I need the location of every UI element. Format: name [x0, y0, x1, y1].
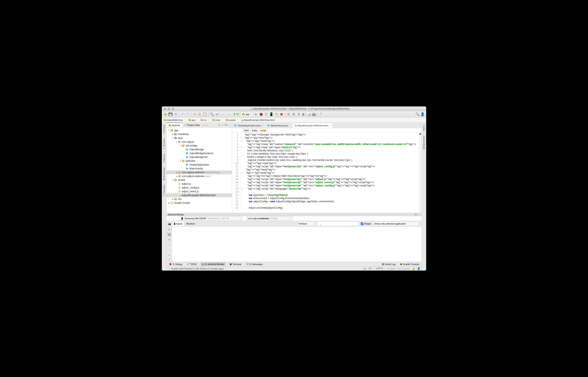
expand-arrow-icon[interactable]: ▶	[172, 198, 174, 200]
terminate-button[interactable]: ⊘	[167, 238, 171, 242]
tree-node[interactable]: ▼java	[166, 136, 232, 140]
tree-node[interactable]: ▼app	[166, 129, 232, 132]
screenshot-button[interactable]: 📷	[168, 222, 172, 226]
bottom-tool-tab[interactable]: 🐞 5: Debug	[168, 262, 183, 266]
logcat-output[interactable]	[172, 227, 422, 263]
expand-arrow-icon[interactable]: ▼	[179, 160, 182, 162]
breadcrumb-item[interactable]: app	[188, 118, 200, 121]
system-info-button[interactable]: ▣	[167, 233, 171, 236]
tool-window-tab[interactable]: Android Model	[423, 134, 425, 151]
run-config-selector[interactable]: app ▼	[241, 112, 253, 117]
tool-window-tab[interactable]: Build Variants	[163, 166, 165, 181]
editor-tab[interactable]: CMainActivity.java×	[265, 123, 292, 128]
undo-button[interactable]: ↶	[180, 112, 185, 117]
caret-position[interactable]: 1:1	[363, 267, 366, 270]
tool-window-tab[interactable]: 1: Project	[163, 123, 165, 135]
project-tab-android[interactable]: Android	[166, 123, 182, 128]
settings-icon[interactable]: ⚙▾	[414, 213, 418, 216]
tool-window-tab[interactable]: Gradle	[423, 123, 425, 132]
code-content[interactable]: "tag">"tag"><!doctype "doctype-kw">html"…	[243, 133, 419, 213]
replace-button[interactable]: ⇄	[215, 112, 219, 117]
back-button[interactable]: ←	[222, 112, 226, 117]
expand-arrow-icon[interactable]: ▼	[172, 179, 174, 181]
tree-node[interactable]: ▼sdk.bridge	[166, 144, 232, 148]
tool-window-tab[interactable]: 2: Favorites	[163, 184, 165, 197]
log-level-selector[interactable]: Verbose ⌄	[297, 221, 315, 226]
sync-button[interactable]: ⟳	[173, 112, 178, 117]
filter-selector[interactable]: Show only selected application ⌄	[373, 221, 419, 226]
breadcrumb-item[interactable]: AdjustExample-WebView.html	[240, 119, 277, 121]
expand-arrow-icon[interactable]: ▼	[175, 141, 178, 143]
stop-button[interactable]	[279, 112, 284, 117]
run-button[interactable]: ▶	[254, 112, 258, 117]
scroll-left-icon[interactable]: ◀	[202, 124, 205, 126]
close-tab-icon[interactable]: ×	[289, 124, 290, 127]
fold-gutter[interactable]: ⊟⊟ ⊟ ⊟ ⊟	[241, 133, 243, 213]
close-window-button[interactable]	[164, 107, 166, 110]
find-button[interactable]: 🔍	[210, 112, 214, 117]
save-button[interactable]: 💾	[168, 112, 173, 117]
status-icon[interactable]: ▢	[168, 267, 170, 270]
breadcrumb-item[interactable]: AdjustWebView	[163, 118, 188, 121]
tree-node[interactable]: JSadjust.js	[166, 182, 232, 186]
line-separator[interactable]: LF ⌄	[368, 267, 374, 270]
bottom-tool-tab[interactable]: ▤ Event Log	[381, 262, 397, 266]
paste-button[interactable]: 📋	[202, 112, 207, 117]
breadcrumb-item[interactable]: src	[200, 118, 211, 121]
lock-icon[interactable]: 🔒	[412, 267, 415, 270]
tree-node[interactable]: CAdjustBridge	[166, 148, 232, 151]
expand-arrow-icon[interactable]: ▶	[172, 133, 174, 135]
bottom-tool-tab[interactable]: 🤖 6: Android Monitor	[200, 262, 225, 266]
editor-tab[interactable]: AdjustExample-WebView.html×	[292, 123, 333, 128]
bottom-tool-tab[interactable]: ▣ Terminal	[229, 262, 243, 266]
expand-arrow-icon[interactable]: ▶	[168, 202, 170, 204]
cut-button[interactable]: ✂	[192, 112, 197, 117]
tree-node[interactable]: ▶res	[166, 197, 232, 201]
breadcrumb-item[interactable]: main	[211, 118, 225, 121]
bottom-tool-tab[interactable]: ⓘ 0: Messages	[245, 262, 264, 266]
layout-inspector-button[interactable]: ⬇	[296, 112, 301, 117]
tree-node[interactable]: CGlobalApplication	[166, 163, 232, 167]
user-icon[interactable]: 👤	[420, 112, 425, 117]
tree-node[interactable]: CAdjustBridgeUtil	[166, 155, 232, 159]
log-search-input[interactable]	[317, 221, 359, 226]
tree-node[interactable]: ▼webview	[166, 159, 232, 163]
avd-manager-button[interactable]: ⚙	[286, 112, 291, 117]
attach-debugger-button[interactable]: 📱	[269, 112, 274, 117]
screen-record-button[interactable]: ⊟	[167, 227, 171, 231]
expand-arrow-icon[interactable]: ▶	[175, 175, 178, 177]
up-button[interactable]: ↑	[167, 243, 171, 247]
make-button[interactable]: ⬇⚒	[234, 112, 238, 117]
tree-node[interactable]: JSadjust_config.js	[166, 186, 232, 189]
breadcrumb-item[interactable]: assets	[225, 118, 240, 121]
tree-node[interactable]: ▶Gradle Scripts	[166, 201, 232, 205]
sdk-manager-button[interactable]: ⊞	[291, 112, 296, 117]
soft-wrap-button[interactable]: ↲	[167, 253, 171, 257]
collapse-button[interactable]: ⊖	[218, 124, 220, 126]
inspector-icon[interactable]: 👤	[417, 267, 420, 270]
bottom-tool-tab[interactable]: ✔ TODO	[186, 262, 198, 266]
tree-node[interactable]: ▼assets	[166, 178, 232, 182]
tree-node[interactable]: AdjustExample-WebView.html	[166, 193, 232, 197]
expand-arrow-icon[interactable]: ▼	[168, 129, 170, 131]
hide-button[interactable]: ⎯	[419, 213, 420, 216]
editor-tab[interactable]: CGlobalApplication.java×	[232, 123, 265, 128]
android-robot-icon[interactable]: 🤖	[311, 112, 316, 117]
context-indicator[interactable]: Context: <no context>	[387, 267, 410, 270]
encoding[interactable]: UTF-8 ⌄	[376, 267, 385, 270]
settings-icon[interactable]: ⚙▾	[224, 124, 228, 126]
editor-breadcrumb-item[interactable]: html	[243, 129, 250, 132]
apply-changes-button[interactable]: ↻	[274, 112, 279, 117]
logcat-tab[interactable]: ▓logcat	[172, 221, 184, 226]
scroll-from-source-button[interactable]: ⤢	[221, 124, 223, 126]
expand-arrow-icon[interactable]: ▼	[172, 137, 174, 139]
zoom-window-button[interactable]	[172, 107, 174, 110]
tree-node[interactable]: JSadjust_event.js	[166, 189, 232, 193]
close-tab-icon[interactable]: ×	[329, 124, 331, 127]
copy-button[interactable]: ⎘	[197, 112, 202, 117]
editor-breadcrumb-item[interactable]: script	[259, 129, 267, 132]
project-tree[interactable]: ▼app▶manifests▼java▼com.adjust▼sdk.bridg…	[166, 128, 232, 213]
hide-button[interactable]: ⎯	[229, 124, 231, 126]
tree-node[interactable]: CMainActivity	[166, 167, 232, 170]
redo-button[interactable]: ↷	[185, 112, 190, 117]
